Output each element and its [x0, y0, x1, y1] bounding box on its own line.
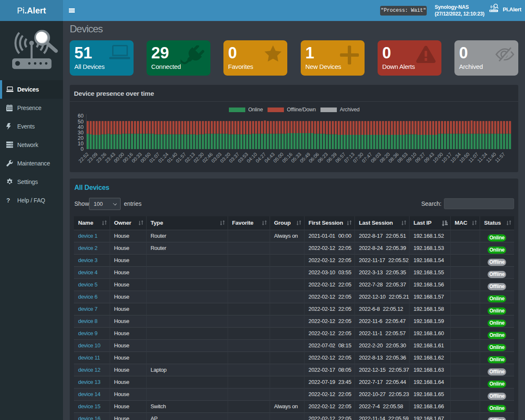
- svg-text:40: 40: [78, 124, 84, 130]
- svg-text:20: 20: [78, 135, 84, 141]
- svg-text:10: 10: [78, 141, 84, 147]
- svg-text:30: 30: [78, 130, 84, 136]
- svg-text:10:50: 10:50: [458, 152, 470, 164]
- svg-text:11:57: 11:57: [494, 152, 506, 163]
- svg-text:0: 0: [81, 146, 84, 152]
- svg-text:?: ?: [6, 197, 10, 204]
- svg-text:50: 50: [78, 119, 84, 125]
- svg-text:60: 60: [78, 113, 84, 119]
